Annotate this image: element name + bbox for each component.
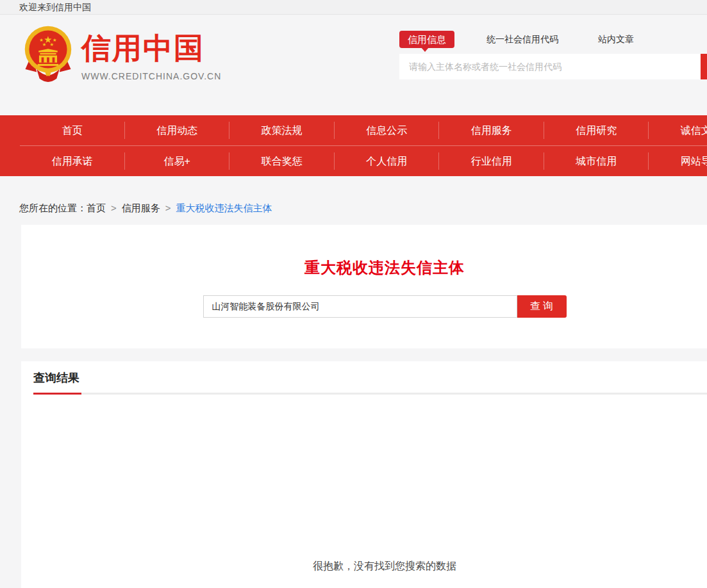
site-logo[interactable]: ★ ★ ★ ★ ★ 信用中国 WWW.CREDITCHINA.GOV.CN [24, 26, 221, 82]
national-emblem-icon: ★ ★ ★ ★ ★ [24, 26, 72, 82]
breadcrumb-prefix: 您所在的位置： [19, 202, 87, 213]
empty-results-message: 很抱歉，没有找到您搜索的数据 [33, 560, 707, 573]
header-search-button[interactable] [701, 54, 707, 79]
header-search-input[interactable] [399, 54, 701, 79]
site-url: WWW.CREDITCHINA.GOV.CN [81, 71, 221, 81]
nav-row-2: 信用承诺 信易+ 联合奖惩 个人信用 行业信用 城市信用 网站导航 [20, 145, 707, 176]
breadcrumb-home[interactable]: 首页 [87, 202, 106, 213]
main-nav-inner: 首页 信用动态 政策法规 信息公示 信用服务 信用研究 诚信文化 信用承诺 信易… [20, 115, 707, 176]
breadcrumb-separator: > [165, 202, 171, 213]
svg-text:★: ★ [42, 42, 47, 47]
header-search-tabs: 信用信息 统一社会信用代码 站内文章 [399, 31, 707, 48]
logo-text: 信用中国 WWW.CREDITCHINA.GOV.CN [81, 26, 221, 82]
nav-row-1: 首页 信用动态 政策法规 信息公示 信用服务 信用研究 诚信文化 [20, 115, 707, 145]
page-title: 重大税收违法失信主体 [21, 225, 707, 278]
main-search-row: 查 询 [21, 295, 707, 318]
tab-unified-social-credit-code[interactable]: 统一社会信用代码 [487, 34, 558, 45]
results-title-divider [33, 393, 707, 395]
breadcrumb-current-page[interactable]: 重大税收违法失信主体 [176, 202, 272, 213]
nav-item-credit-research[interactable]: 信用研究 [544, 115, 649, 145]
nav-item-city-credit[interactable]: 城市信用 [544, 146, 649, 176]
results-card: 查询结果 很抱歉，没有找到您搜索的数据 [21, 361, 707, 588]
breadcrumb-separator: > [111, 202, 117, 213]
nav-item-policies[interactable]: 政策法规 [229, 115, 335, 145]
breadcrumb: 您所在的位置：首页>信用服务>重大税收违法失信主体 [19, 202, 272, 215]
nav-item-xinyi-plus[interactable]: 信易+ [125, 146, 230, 176]
subject-search-input[interactable] [203, 295, 517, 318]
nav-item-integrity-culture[interactable]: 诚信文化 [649, 115, 707, 145]
breadcrumb-credit-services[interactable]: 信用服务 [122, 202, 160, 213]
welcome-bar: 欢迎来到信用中国 [0, 0, 707, 15]
query-button[interactable]: 查 询 [517, 295, 567, 318]
tab-credit-info[interactable]: 信用信息 [399, 31, 454, 48]
site-name: 信用中国 [81, 33, 221, 63]
main-nav: 首页 信用动态 政策法规 信息公示 信用服务 信用研究 诚信文化 信用承诺 信易… [0, 115, 707, 176]
results-section-title: 查询结果 [33, 361, 707, 386]
nav-item-credit-news[interactable]: 信用动态 [125, 115, 230, 145]
nav-item-credit-commitment[interactable]: 信用承诺 [20, 146, 125, 176]
svg-text:★: ★ [50, 42, 54, 47]
nav-item-joint-reward-punishment[interactable]: 联合奖惩 [229, 146, 335, 176]
header-search-block: 信用信息 统一社会信用代码 站内文章 [399, 31, 707, 79]
nav-item-info-disclosure[interactable]: 信息公示 [335, 115, 440, 145]
nav-item-industry-credit[interactable]: 行业信用 [439, 146, 544, 176]
nav-item-site-map[interactable]: 网站导航 [649, 146, 707, 176]
header-search-row [399, 54, 707, 79]
tab-site-articles[interactable]: 站内文章 [598, 34, 634, 45]
search-card: 重大税收违法失信主体 查 询 [21, 225, 707, 348]
nav-item-credit-services[interactable]: 信用服务 [439, 115, 544, 145]
results-title-divider-accent [33, 393, 81, 395]
nav-item-home[interactable]: 首页 [20, 115, 125, 145]
welcome-text: 欢迎来到信用中国 [19, 2, 91, 12]
nav-item-personal-credit[interactable]: 个人信用 [335, 146, 440, 176]
